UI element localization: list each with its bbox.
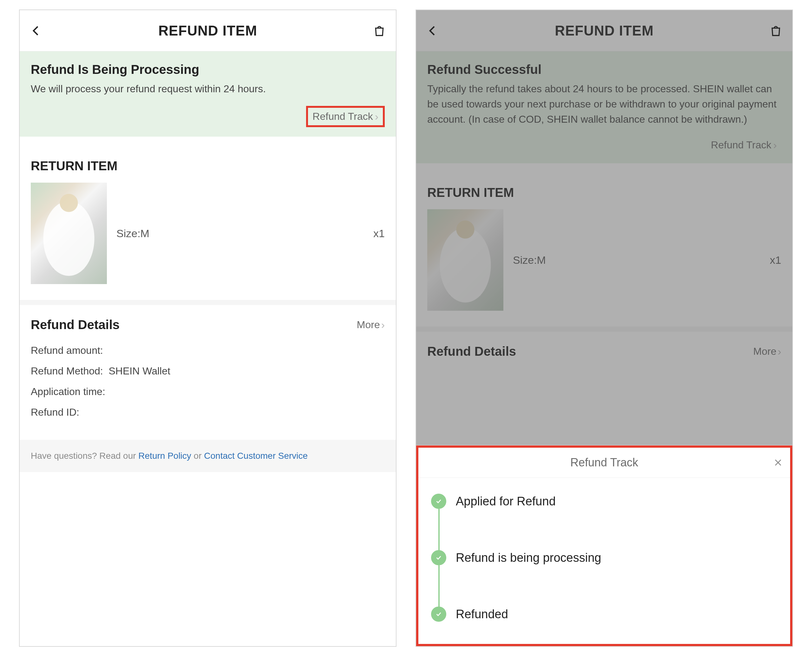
more-link[interactable]: More › [753, 345, 781, 358]
product-size: Size:M [513, 254, 760, 266]
return-policy-link[interactable]: Return Policy [138, 451, 191, 461]
track-step: Refund is being processing [431, 550, 777, 607]
contact-service-link[interactable]: Contact Customer Service [204, 451, 308, 461]
shopping-bag-icon[interactable] [372, 24, 386, 38]
refund-track-link[interactable]: Refund Track › [706, 137, 781, 154]
banner-body: Typically the refund takes about 24 hour… [427, 81, 781, 127]
check-icon [431, 494, 446, 509]
refund-track-link[interactable]: Refund Track › [306, 106, 385, 127]
back-icon[interactable] [426, 24, 440, 38]
refund-track-label: Refund Track [711, 139, 771, 151]
detail-line: Refund amount: [31, 345, 385, 357]
detail-line: Refund Method: SHEIN Wallet [31, 365, 385, 377]
page-title: REFUND ITEM [20, 23, 396, 39]
shopping-bag-icon[interactable] [769, 24, 783, 38]
product-qty: x1 [770, 254, 781, 266]
header: REFUND ITEM [20, 10, 396, 51]
track-step-label: Applied for Refund [456, 495, 556, 508]
track-step: Applied for Refund [431, 494, 777, 550]
refund-details-title: Refund Details [427, 344, 516, 358]
track-step-label: Refund is being processing [456, 551, 601, 565]
back-icon[interactable] [29, 24, 43, 38]
check-icon [431, 607, 446, 622]
refund-details-title: Refund Details [31, 318, 120, 332]
track-steps: Applied for Refund Refund is being proce… [418, 478, 790, 644]
phone-left: REFUND ITEM Refund Is Being Processing W… [19, 10, 397, 647]
product-thumbnail[interactable] [427, 209, 503, 311]
track-step: Refunded [431, 607, 777, 625]
banner-heading: Refund Is Being Processing [31, 63, 385, 77]
status-banner: Refund Is Being Processing We will proce… [20, 51, 396, 137]
page-title: REFUND ITEM [416, 23, 792, 39]
return-item-heading: RETURN ITEM [416, 163, 792, 209]
product-qty: x1 [373, 227, 385, 240]
banner-body: We will process your refund request with… [31, 81, 385, 96]
product-size: Size:M [116, 227, 364, 240]
return-item-row: Size:M x1 [416, 209, 792, 326]
chevron-right-icon: › [778, 345, 781, 358]
refund-details-section: Refund Details More › Refund amount: Ref… [20, 300, 396, 440]
footer-note: Have questions? Read our Return Policy o… [20, 440, 396, 472]
chevron-right-icon: › [381, 319, 385, 331]
more-link[interactable]: More › [357, 319, 385, 331]
phone-right: REFUND ITEM Refund Successful Typically … [415, 10, 793, 647]
return-item-row: Size:M x1 [20, 183, 396, 300]
more-label: More [357, 319, 380, 331]
sheet-header: Refund Track [418, 448, 790, 478]
status-banner: Refund Successful Typically the refund t… [416, 51, 792, 163]
chevron-right-icon: › [375, 110, 378, 123]
refund-track-label: Refund Track [312, 111, 373, 122]
banner-heading: Refund Successful [427, 63, 781, 77]
product-thumbnail[interactable] [31, 183, 107, 284]
close-icon[interactable] [772, 457, 784, 468]
refund-track-sheet: Refund Track Applied for Refund Refund i… [416, 445, 792, 646]
detail-line: Application time: [31, 386, 385, 398]
refund-details-section: Refund Details More › [416, 326, 792, 362]
check-icon [431, 550, 446, 565]
track-step-label: Refunded [456, 607, 508, 621]
more-label: More [753, 345, 777, 357]
header: REFUND ITEM [416, 10, 792, 51]
sheet-title: Refund Track [570, 456, 638, 469]
chevron-right-icon: › [773, 139, 777, 151]
return-item-heading: RETURN ITEM [20, 137, 396, 183]
detail-line: Refund ID: [31, 407, 385, 418]
